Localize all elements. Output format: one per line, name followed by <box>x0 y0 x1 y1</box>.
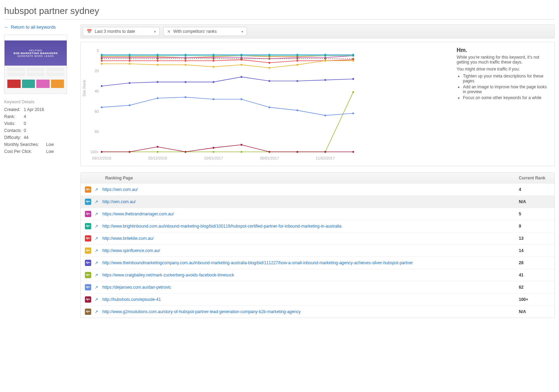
series-swatch <box>85 272 91 278</box>
external-link-icon[interactable]: ↗ <box>95 273 98 278</box>
chevron-down-icon: ▾ <box>154 30 156 34</box>
ranking-page-link[interactable]: http://www.spinfluence.com.au/ <box>102 248 519 253</box>
info-line2: You might drive more traffic if you: <box>457 67 551 72</box>
ranking-page-link[interactable]: http://www.brightinbound.com.au/inbound-… <box>102 224 519 229</box>
info-heading: Hm. <box>457 47 551 53</box>
svg-point-80 <box>352 78 354 80</box>
external-link-icon[interactable]: ↗ <box>95 236 98 241</box>
ranking-page-link[interactable]: http://www.g2msolutions.com.au/story-of-… <box>102 309 519 314</box>
table-row: ↗ http://www.britekite.com.au/ 13 <box>81 232 554 244</box>
kd-value: 0 <box>24 128 26 133</box>
svg-point-108 <box>296 151 298 153</box>
svg-point-95 <box>212 98 214 100</box>
external-link-icon[interactable]: ↗ <box>95 199 98 204</box>
svg-point-63 <box>157 64 158 66</box>
svg-point-77 <box>268 80 270 82</box>
kd-label: Contacts: <box>4 128 24 133</box>
svg-point-45 <box>212 55 214 57</box>
table-row: ↗ http://www.theinboundmarketingcompany.… <box>81 257 554 269</box>
current-rank-value: N/A <box>519 199 550 204</box>
y-axis-label: Site Rank <box>82 80 86 96</box>
ranking-page-link[interactable]: http://hubshots.com/episode-41 <box>102 297 519 302</box>
series-swatch <box>85 235 91 242</box>
svg-text:80: 80 <box>95 130 99 134</box>
svg-point-107 <box>268 151 270 153</box>
external-link-icon[interactable]: ↗ <box>95 285 98 290</box>
svg-point-116 <box>240 58 242 60</box>
svg-point-78 <box>296 80 298 82</box>
svg-text:60: 60 <box>95 109 99 113</box>
svg-point-66 <box>240 64 242 66</box>
kd-value: Low <box>46 142 54 147</box>
svg-point-85 <box>212 151 214 153</box>
svg-point-73 <box>157 81 158 83</box>
ranking-page-link[interactable]: https://dejanseo.com.au/dan-petrovic <box>102 285 519 290</box>
external-link-icon[interactable]: ↗ <box>95 309 98 314</box>
expand-icon: ⤨ <box>167 29 170 34</box>
keyword-detail-row: Rank:4 <box>4 114 74 119</box>
ranking-page-link[interactable]: http://xen.com.au/ <box>102 199 519 204</box>
svg-point-76 <box>240 76 242 78</box>
table-row: ↗ http://www.spinfluence.com.au/ 14 <box>81 244 554 257</box>
rank-chart[interactable]: 020406080100+09/12/201625/12/201610/01/2… <box>84 47 357 162</box>
svg-point-61 <box>101 63 102 65</box>
table-header: Ranking Page Current Rank <box>81 173 554 183</box>
current-rank-value: 41 <box>519 273 550 278</box>
keyword-detail-row: Difficulty:44 <box>4 135 74 140</box>
external-link-icon[interactable]: ↗ <box>95 297 98 302</box>
external-link-icon[interactable]: ↗ <box>95 260 98 265</box>
current-rank-value: 4 <box>519 187 550 192</box>
svg-point-119 <box>324 58 326 60</box>
current-rank-value: 9 <box>519 224 550 229</box>
svg-point-113 <box>157 58 158 60</box>
info-bullet: Focus on some other keywords for a while <box>463 95 551 100</box>
ranking-page-link[interactable]: https://www.thebrandmanager.com.au/ <box>102 212 519 216</box>
svg-point-83 <box>157 151 158 153</box>
thumb-line1: HELPING <box>29 49 42 52</box>
svg-point-98 <box>296 110 298 111</box>
current-rank-value: N/A <box>519 309 550 314</box>
return-to-keywords-link[interactable]: ← Return to all keywords <box>4 24 74 30</box>
ranking-page-link[interactable]: http://www.theinboundmarketingcompany.co… <box>102 260 519 265</box>
svg-point-42 <box>129 55 130 57</box>
svg-point-44 <box>184 55 186 57</box>
date-range-dropdown[interactable]: 📅 Last 3 months to date ▾ <box>83 27 160 36</box>
ranking-page-link[interactable]: https://xen.com.au/ <box>102 187 519 192</box>
table-row: ↗ http://www.g2msolutions.com.au/story-o… <box>81 305 554 318</box>
thumb-line3: GENERATE MORE LEADS <box>17 55 54 57</box>
table-row: ↗ http://www.brightinbound.com.au/inboun… <box>81 220 554 232</box>
external-link-icon[interactable]: ↗ <box>95 248 98 253</box>
series-swatch <box>85 199 91 205</box>
series-swatch <box>85 247 91 254</box>
svg-point-102 <box>129 151 130 153</box>
svg-point-112 <box>129 58 130 60</box>
svg-point-86 <box>240 151 242 153</box>
thumb-line2: B2B MARKETING MANAGERS <box>14 52 58 55</box>
table-row: ↗ http://xen.com.au/ N/A <box>81 195 554 208</box>
th-ranking-page: Ranking Page <box>105 176 519 180</box>
table-row: ↗ https://dejanseo.com.au/dan-petrovic 6… <box>81 281 554 293</box>
keyword-detail-row: Monthly Searches:Low <box>4 142 74 147</box>
series-swatch <box>85 284 91 290</box>
svg-point-97 <box>268 106 270 108</box>
external-link-icon[interactable]: ↗ <box>95 187 98 192</box>
svg-point-52 <box>129 60 130 61</box>
ranking-page-link[interactable]: http://www.britekite.com.au/ <box>102 236 519 241</box>
svg-point-51 <box>101 60 102 61</box>
page-thumbnail[interactable]: HELPING B2B MARKETING MANAGERS GENERATE … <box>4 35 67 94</box>
th-current-rank: Current Rank <box>519 176 550 180</box>
svg-text:40: 40 <box>95 89 99 93</box>
svg-point-65 <box>212 66 214 68</box>
kd-value: 4 <box>24 114 26 119</box>
ranking-page-link[interactable]: https://www.craigbailey.net/mark-zuckerb… <box>102 273 519 278</box>
kd-label: Monthly Searches: <box>4 142 46 147</box>
mode-dropdown[interactable]: ⤨ With competitors' ranks ▾ <box>163 27 247 36</box>
table-row: ↗ https://www.craigbailey.net/mark-zucke… <box>81 269 554 281</box>
svg-point-43 <box>157 55 158 57</box>
series-swatch <box>85 296 91 303</box>
return-label: Return to all keywords <box>11 24 56 30</box>
external-link-icon[interactable]: ↗ <box>95 224 98 229</box>
kd-label: Rank: <box>4 114 24 119</box>
external-link-icon[interactable]: ↗ <box>95 212 98 216</box>
current-rank-value: 100+ <box>519 297 550 302</box>
